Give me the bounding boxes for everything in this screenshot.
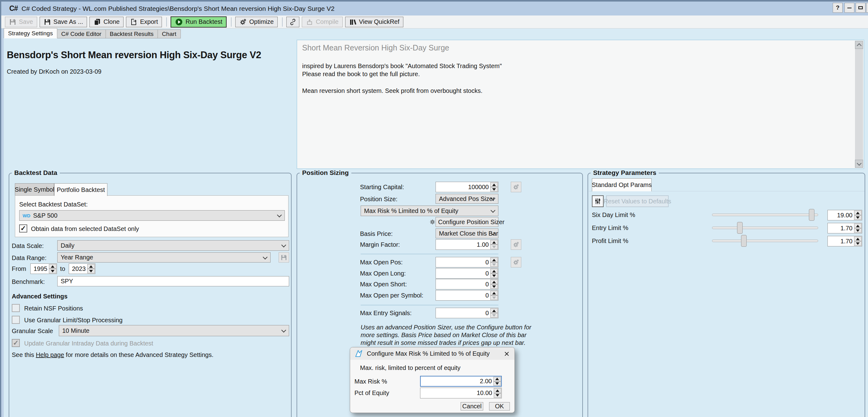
ok-label: OK <box>495 403 504 410</box>
spin-down-button[interactable] <box>493 381 501 386</box>
spin-up-button[interactable] <box>490 291 498 295</box>
tab-single-symbol[interactable]: Single Symbol <box>15 183 54 196</box>
spin-up-button[interactable] <box>490 182 498 187</box>
optimize-button[interactable]: Optimize <box>235 17 278 27</box>
from-year-spinner[interactable]: 1995 <box>30 264 57 274</box>
param-value-spinner[interactable]: 1.70 <box>828 236 862 246</box>
save-button[interactable]: Save <box>5 17 37 27</box>
position-size-dropdown[interactable]: Advanced Pos Sizer <box>436 194 498 204</box>
reset-values-button[interactable]: Reset Values to Defaults <box>606 195 669 207</box>
spin-up-button[interactable] <box>490 308 498 313</box>
margin-factor-gear-button[interactable] <box>511 239 521 250</box>
spin-down-button[interactable] <box>490 262 498 267</box>
spin-up-button[interactable] <box>490 269 498 273</box>
benchmark-input[interactable]: SPY <box>57 276 289 286</box>
data-range-label: Data Range: <box>12 255 46 262</box>
spin-up-button[interactable] <box>854 224 862 228</box>
max-risk-spinner[interactable]: 2.00 <box>420 376 502 387</box>
max-open-short-spinner[interactable]: 0 <box>436 279 498 290</box>
slider-thumb[interactable] <box>741 235 747 247</box>
dataset-dropdown[interactable]: WD S&P 500 <box>19 210 285 221</box>
tab-standard-opt-params[interactable]: Standard Opt Params <box>592 178 652 191</box>
max-open-per-symbol-spinner[interactable]: 0 <box>436 290 498 301</box>
ok-button[interactable]: OK <box>489 402 510 411</box>
tab-chart[interactable]: Chart <box>158 29 181 38</box>
param-value-spinner[interactable]: 19.00 <box>828 210 862 220</box>
param-slider[interactable] <box>712 214 818 216</box>
starting-capital-spinner[interactable]: 100000 <box>436 182 498 192</box>
spin-down-button[interactable] <box>49 269 56 273</box>
data-scale-dropdown[interactable]: Daily <box>57 240 289 251</box>
spin-down-button[interactable] <box>490 244 498 249</box>
param-slider[interactable] <box>712 240 818 242</box>
param-value-spinner[interactable]: 1.70 <box>828 223 862 233</box>
basis-price-dropdown[interactable]: Market Close this Bar <box>436 229 498 238</box>
param-slider[interactable] <box>712 227 818 229</box>
retain-nsf-checkbox[interactable] <box>12 304 20 312</box>
dialog-close-button[interactable] <box>503 350 511 358</box>
spin-down-button[interactable] <box>854 241 862 246</box>
compile-button[interactable]: Compile <box>302 17 342 27</box>
tab-backtest-results[interactable]: Backtest Results <box>105 29 158 38</box>
clone-button[interactable]: Clone <box>90 17 124 27</box>
run-backtest-button[interactable]: Run Backtest <box>170 17 226 28</box>
spin-up-button[interactable] <box>49 264 56 269</box>
spin-up-button[interactable] <box>494 388 501 393</box>
maximize-button[interactable] <box>856 3 866 13</box>
slider-thumb[interactable] <box>737 222 743 234</box>
data-range-dropdown[interactable]: Year Range <box>57 252 271 263</box>
help-page-link[interactable]: Help page <box>36 351 64 358</box>
spin-up-button[interactable] <box>493 377 501 381</box>
export-button[interactable]: Export <box>126 17 162 27</box>
spin-down-button[interactable] <box>490 273 498 278</box>
spin-up-button[interactable] <box>854 210 862 215</box>
tab-strategy-settings[interactable]: Strategy Settings <box>4 28 57 38</box>
granular-scale-dropdown[interactable]: 10 Minute <box>59 325 289 336</box>
configure-position-sizer-label: Configure Position Sizer <box>438 218 504 226</box>
pct-of-equity-spinner[interactable]: 10.00 <box>420 388 502 398</box>
divider <box>361 305 498 305</box>
save-as-button[interactable]: Save As ... <box>40 17 87 27</box>
max-entry-signals-spinner[interactable]: 0 <box>436 308 498 318</box>
to-year-spinner[interactable]: 2023 <box>69 264 95 274</box>
spin-down-button[interactable] <box>87 269 95 273</box>
spin-up-button[interactable] <box>490 240 498 244</box>
margin-factor-spinner[interactable]: 1.00 <box>436 239 498 250</box>
obtain-data-checkbox[interactable]: ✓ <box>19 225 27 233</box>
spin-down-button[interactable] <box>854 215 862 220</box>
save-range-button[interactable] <box>279 252 289 263</box>
spin-down-button[interactable] <box>490 187 498 191</box>
pos-sizer-dropdown[interactable]: Max Risk % Limited to % of Equity <box>361 206 498 216</box>
spin-down-button[interactable] <box>494 393 501 398</box>
max-open-pos-gear-button[interactable] <box>511 257 521 267</box>
tab-portfolio-backtest[interactable]: Portfolio Backtest <box>54 183 107 196</box>
starting-capital-gear-button[interactable] <box>511 182 521 192</box>
use-granular-checkbox[interactable] <box>12 316 20 324</box>
spin-down-button[interactable] <box>854 228 862 233</box>
max-open-pos-spinner[interactable]: 0 <box>436 257 498 267</box>
dialog-title-bar[interactable]: Configure Max Risk % Limited to % of Equ… <box>350 347 515 360</box>
link-button[interactable] <box>286 17 299 27</box>
help-button[interactable]: ? <box>833 3 843 13</box>
close-button[interactable] <box>866 3 868 13</box>
parameter-sliders-button[interactable] <box>592 195 603 207</box>
tab-code-editor[interactable]: C# Code Editor <box>57 29 106 38</box>
scroll-down-button[interactable] <box>855 160 863 168</box>
view-quickref-button[interactable]: View QuickRef <box>345 17 404 27</box>
spin-down-button[interactable] <box>490 284 498 289</box>
spin-up-button[interactable] <box>87 264 95 269</box>
spin-up-button[interactable] <box>854 237 862 241</box>
minimize-button[interactable] <box>844 3 855 13</box>
strategy-description-panel[interactable]: Short Mean Reversion High Six-Day Surge … <box>297 40 864 169</box>
configure-position-sizer-button[interactable]: Configure Position Sizer <box>436 217 498 227</box>
spin-up-button[interactable] <box>490 279 498 284</box>
slider-thumb[interactable] <box>809 209 814 221</box>
position-size-value: Advanced Pos Sizer <box>439 195 495 203</box>
cancel-button[interactable]: Cancel <box>461 402 483 411</box>
description-scrollbar[interactable] <box>855 41 863 168</box>
spin-up-button[interactable] <box>490 258 498 262</box>
scroll-up-button[interactable] <box>855 41 863 49</box>
max-open-long-spinner[interactable]: 0 <box>436 268 498 279</box>
spin-down-button[interactable] <box>490 295 498 300</box>
spin-down-button[interactable] <box>490 313 498 318</box>
